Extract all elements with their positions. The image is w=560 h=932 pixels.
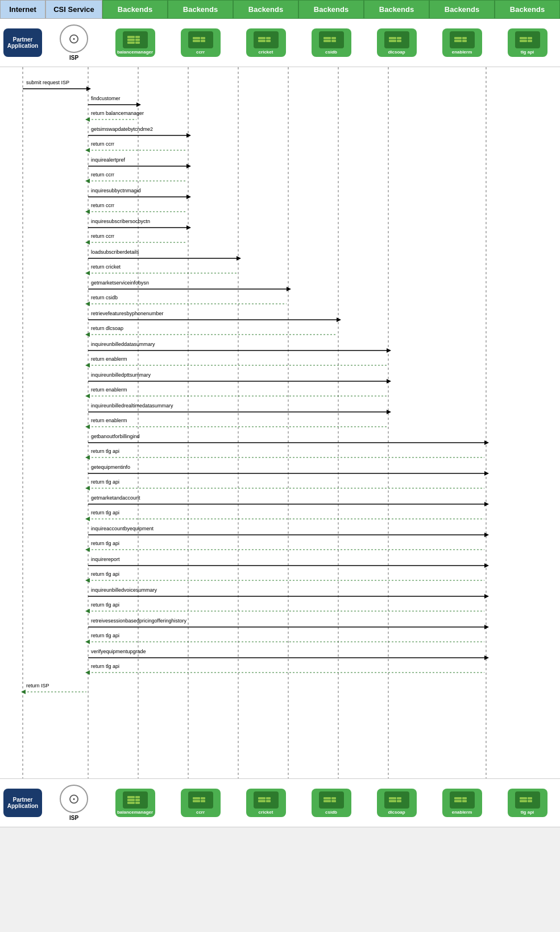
msg-label-13: getmarketserviceinfobysn xyxy=(91,280,149,286)
backend-label-cricket-bottom: cricket xyxy=(259,810,273,815)
actors-row-bottom: PartnerApplication ⊙ ISP balancemanager xyxy=(0,778,560,827)
svg-marker-70 xyxy=(85,547,90,552)
svg-marker-62 xyxy=(85,486,90,490)
backend-box-enablerm-top: enablerm xyxy=(442,28,482,57)
svg-marker-24 xyxy=(186,195,191,199)
svg-marker-60 xyxy=(484,471,489,476)
msg-label-11: loadsubscriberdetails xyxy=(91,249,139,255)
svg-marker-88 xyxy=(21,690,26,694)
msg-label-4: return ccrr xyxy=(91,141,114,147)
svg-marker-54 xyxy=(85,424,90,429)
actor-isp-top: ⊙ ISP xyxy=(45,22,102,63)
svg-marker-32 xyxy=(237,256,241,261)
msg-label-14: return csidb xyxy=(91,295,118,300)
svg-marker-20 xyxy=(186,164,191,168)
backend-box-balancemanager-bottom: balancemanager xyxy=(115,789,155,817)
backend-label-balancemanager-bottom: balancemanager xyxy=(117,810,153,815)
svg-marker-14 xyxy=(85,117,90,122)
msg-label-23: getbanoutforbillingind xyxy=(91,434,140,439)
backend-icon-tlgapi-bottom xyxy=(515,791,540,809)
svg-marker-26 xyxy=(85,209,90,214)
backend-box-tlgapi-bottom: tlg api xyxy=(508,789,547,817)
msg-label-33: inquireunbilledvoicesummary xyxy=(91,587,157,593)
header-backend-2: Backends xyxy=(233,0,298,19)
diagram-container: Internet CSI Service Backends Backends B… xyxy=(0,0,560,827)
backend-icon-enablerm-top xyxy=(450,31,475,48)
actor-cricket-top: cricket xyxy=(233,22,298,63)
svg-marker-40 xyxy=(337,317,341,322)
svg-marker-38 xyxy=(85,302,90,306)
svg-marker-58 xyxy=(85,455,90,460)
msg-label-39: return ISP xyxy=(26,683,49,688)
msg-label-20: return enablerm xyxy=(91,387,127,393)
backend-label-tlgapi-top: tlg api xyxy=(521,50,534,55)
actor-dlcsoap-bottom: dlcsoap xyxy=(364,782,429,823)
svg-marker-80 xyxy=(484,625,489,629)
svg-marker-18 xyxy=(85,148,90,152)
backend-icon-cricket-top xyxy=(254,31,279,48)
backend-icon-csidb-top xyxy=(319,31,344,48)
svg-marker-34 xyxy=(85,271,90,275)
svg-marker-48 xyxy=(387,379,391,383)
msg-label-1: findcustomer xyxy=(91,96,121,101)
svg-marker-64 xyxy=(484,502,489,506)
backend-icon-enablerm-bottom xyxy=(450,791,475,809)
msg-label-12: return cricket xyxy=(91,264,121,270)
backend-box-balancemanager-top: balancemanager xyxy=(115,28,155,57)
header-csi: CSI Service xyxy=(45,0,102,19)
svg-marker-22 xyxy=(85,179,90,183)
msg-label-24: return tlg api xyxy=(91,448,119,454)
svg-marker-56 xyxy=(484,440,489,445)
msg-label-21: inquireunbilledrealtimedatasummary xyxy=(91,403,173,409)
msg-label-26: return tlg api xyxy=(91,479,119,485)
msg-label-16: return dlcsoap xyxy=(91,325,123,331)
svg-marker-52 xyxy=(387,410,391,414)
header-backend-5: Backends xyxy=(429,0,495,19)
msg-label-35: retreivesessionbasedpricingofferinghisto… xyxy=(91,618,186,624)
backend-icon-ccrr-bottom xyxy=(188,791,213,809)
actor-enablerm-top: enablerm xyxy=(429,22,495,63)
svg-marker-16 xyxy=(186,133,191,138)
svg-marker-10 xyxy=(86,86,91,91)
msg-label-2: return balancemanager xyxy=(91,110,144,116)
svg-marker-46 xyxy=(85,363,90,368)
msg-label-15: retrievefeaturesbyphonenumber xyxy=(91,311,164,316)
msg-label-27: getmarketandaccount xyxy=(91,495,140,501)
actor-csidb-top: csidb xyxy=(298,22,364,63)
backend-box-csidb-top: csidb xyxy=(312,28,351,57)
svg-marker-44 xyxy=(387,348,391,353)
svg-marker-74 xyxy=(85,578,90,583)
msg-label-31: inquirereport xyxy=(91,556,120,562)
backend-box-ccrr-top: ccrr xyxy=(181,28,221,57)
backend-box-ccrr-bottom: ccrr xyxy=(181,789,221,817)
svg-marker-68 xyxy=(484,533,489,537)
actor-csidb-bottom: csidb xyxy=(298,782,364,823)
msg-label-22: return enablerm xyxy=(91,418,127,423)
svg-marker-36 xyxy=(287,287,291,291)
backend-label-dlcsoap-bottom: dlcsoap xyxy=(388,810,405,815)
svg-marker-50 xyxy=(85,394,90,398)
svg-marker-28 xyxy=(186,225,191,230)
backend-icon-tlgapi-top xyxy=(515,31,540,48)
svg-marker-84 xyxy=(484,655,489,660)
header-row-top: Internet CSI Service Backends Backends B… xyxy=(0,0,560,19)
msg-label-28: return tlg api xyxy=(91,510,119,516)
actor-balancemanager-bottom: balancemanager xyxy=(102,782,168,823)
msg-label-18: return enablerm xyxy=(91,356,127,362)
actor-tlgapi-bottom: tlg api xyxy=(495,782,560,823)
backend-label-ccrr-top: ccrr xyxy=(196,50,205,55)
backend-label-enablerm-bottom: enablerm xyxy=(452,810,472,815)
actor-partner-bottom: PartnerApplication xyxy=(0,782,45,823)
actor-tlgapi-top: tlg api xyxy=(495,22,560,63)
svg-marker-12 xyxy=(136,102,141,107)
backend-label-tlgapi-bottom: tlg api xyxy=(521,810,534,815)
sequence-svg: submit request ISP findcustomer return b… xyxy=(0,67,560,778)
svg-marker-42 xyxy=(85,332,90,337)
msg-label-10: return ccrr xyxy=(91,233,114,239)
msg-label-9: inquiresubscribersocbyctn xyxy=(91,218,150,224)
msg-label-37: verifyequipmentupgrade xyxy=(91,649,146,654)
msg-label-36: return tlg api xyxy=(91,633,119,638)
msg-label-8: return ccrr xyxy=(91,203,114,208)
isp-label-top: ISP xyxy=(69,55,78,61)
msg-label-17: inquireunbilleddatasummary xyxy=(91,341,155,347)
